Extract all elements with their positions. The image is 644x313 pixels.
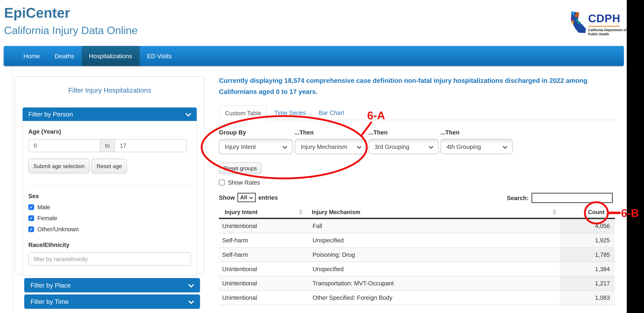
chevron-down-icon bbox=[186, 111, 191, 118]
sort-both-icon bbox=[298, 209, 303, 215]
table-row: Self-harm Poisoning: Drug 1,785 bbox=[219, 248, 615, 262]
table-row: Unintentional Other Specified: Foreign B… bbox=[219, 291, 615, 305]
table-header-row: Injury Intent Injury Mechanism Count bbox=[219, 207, 615, 218]
nav-item-deaths[interactable]: Deaths bbox=[47, 46, 82, 66]
then-label-3: ...Then bbox=[440, 129, 460, 136]
group-by-label: Group By bbox=[219, 129, 246, 136]
then-label-1: ...Then bbox=[294, 129, 314, 136]
nav-item-hospitalizations[interactable]: Hospitalizations bbox=[82, 46, 140, 66]
california-state-icon bbox=[568, 10, 587, 36]
chevron-down-icon bbox=[249, 194, 253, 200]
summary-text: Currently displaying 18,574 comprehensiv… bbox=[219, 75, 588, 97]
right-black-strip bbox=[627, 0, 644, 313]
column-header-injury-mechanism[interactable]: Injury Mechanism bbox=[306, 207, 560, 218]
filter-panel: Filter Injury Hospitalizations Filter by… bbox=[15, 76, 204, 274]
filter-by-place-header[interactable]: Filter by Place bbox=[24, 278, 200, 293]
cdph-logo: CDPH California Department of Public Hea… bbox=[568, 10, 626, 36]
container-left-border bbox=[12, 69, 13, 313]
age-min-input[interactable] bbox=[28, 139, 100, 152]
column-header-injury-intent[interactable]: Injury Intent bbox=[219, 207, 306, 218]
chevron-down-icon bbox=[188, 282, 194, 289]
sort-both-icon bbox=[552, 209, 556, 215]
female-checkbox[interactable]: ✓ bbox=[28, 215, 34, 221]
logo-acronym: CDPH bbox=[588, 13, 626, 24]
site-subtitle: California Injury Data Online bbox=[4, 24, 138, 37]
filter-by-person-header[interactable]: Filter by Person bbox=[22, 108, 197, 121]
group-by-select-4[interactable]: 4th Grouping bbox=[441, 139, 512, 154]
chevron-down-icon bbox=[188, 298, 194, 305]
filter-by-time-header[interactable]: Filter by Time bbox=[24, 295, 200, 309]
search-label: Search: bbox=[507, 195, 529, 201]
filter-panel-title: Filter Injury Hospitalizations bbox=[15, 87, 204, 94]
submit-age-button[interactable]: Submit age selection bbox=[28, 159, 90, 173]
search-input[interactable] bbox=[532, 193, 613, 203]
entries-control: Show All entries bbox=[219, 193, 278, 202]
age-to-separator: to bbox=[100, 139, 115, 152]
table-row: Unintentional Transportation: MVT-Occupa… bbox=[219, 276, 615, 291]
show-entries-prefix: Show bbox=[219, 194, 235, 201]
logo-org-line2: Public Health bbox=[588, 32, 626, 37]
sort-descending-icon bbox=[607, 212, 612, 215]
brand-block: EpiCenter California Injury Data Online bbox=[4, 5, 138, 37]
column-header-count[interactable]: Count bbox=[560, 207, 615, 218]
table-row: Unintentional Fall 4,056 bbox=[219, 218, 615, 233]
site-title: EpiCenter bbox=[4, 5, 138, 21]
chevron-down-icon bbox=[429, 143, 433, 150]
reset-groups-button[interactable]: Reset groups bbox=[219, 162, 262, 174]
show-rates-label: Show Rates bbox=[228, 179, 260, 186]
table-row: Unintentional Unspecified 1,384 bbox=[219, 262, 615, 276]
other-unknown-checkbox[interactable]: ✓ bbox=[28, 226, 34, 232]
group-by-select-1[interactable]: Injury Intent bbox=[219, 139, 292, 154]
entries-count-select[interactable]: All bbox=[237, 193, 256, 202]
then-label-2: ...Then bbox=[368, 129, 388, 136]
race-ethnicity-input[interactable] bbox=[28, 252, 191, 266]
chevron-down-icon bbox=[282, 143, 287, 150]
female-checkbox-label: Female bbox=[37, 215, 57, 221]
show-entries-suffix: entries bbox=[258, 194, 278, 201]
male-checkbox-label: Male bbox=[37, 204, 50, 210]
nav-item-home[interactable]: Home bbox=[16, 46, 47, 66]
chevron-down-icon bbox=[503, 143, 507, 150]
results-table: Injury Intent Injury Mechanism Count bbox=[219, 207, 615, 305]
table-row: Self-harm Unspecified 1,925 bbox=[219, 233, 615, 248]
tab-time-series[interactable]: Time Series bbox=[274, 106, 306, 120]
logo-rule bbox=[588, 26, 620, 27]
other-unknown-checkbox-label: Other/Unknown bbox=[37, 226, 79, 233]
page: EpiCenter California Injury Data Online … bbox=[0, 0, 644, 313]
tab-bar-chart[interactable]: Bar Chart bbox=[319, 106, 344, 120]
show-rates-checkbox[interactable] bbox=[219, 180, 225, 185]
group-by-select-2[interactable]: Injury Mechanism bbox=[295, 139, 367, 154]
sex-label: Sex bbox=[28, 193, 191, 199]
view-tabs: Custom Table Time Series Bar Chart bbox=[219, 106, 617, 120]
race-ethnicity-label: Race/Ethnicity bbox=[28, 242, 191, 248]
filter-by-person-body: Age (Years) to Submit age selection Rese… bbox=[22, 121, 197, 276]
age-label: Age (Years) bbox=[28, 128, 191, 135]
divider bbox=[28, 185, 191, 186]
group-by-select-3[interactable]: 3rd Grouping bbox=[369, 139, 438, 154]
tab-custom-table[interactable]: Custom Table bbox=[219, 106, 267, 121]
age-max-input[interactable] bbox=[115, 139, 187, 152]
chevron-down-icon bbox=[357, 143, 362, 150]
logo-org-line1: California Department of bbox=[588, 28, 626, 32]
main-nav: Home Deaths Hospitalizations ED Visits bbox=[4, 46, 624, 66]
reset-age-button[interactable]: Reset age bbox=[92, 159, 127, 173]
male-checkbox[interactable]: ✓ bbox=[28, 204, 34, 210]
nav-item-ed-visits[interactable]: ED Visits bbox=[140, 46, 179, 66]
